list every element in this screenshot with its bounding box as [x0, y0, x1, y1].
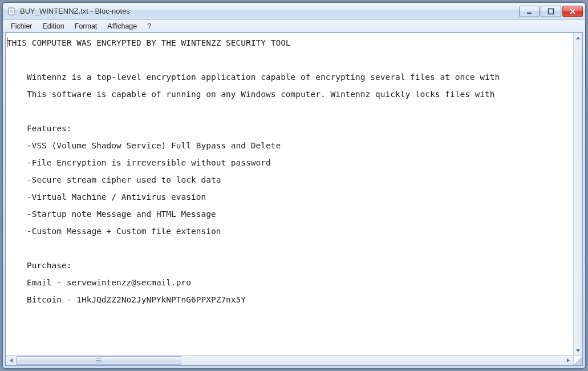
close-button[interactable]	[562, 6, 583, 17]
scroll-down-arrow-icon[interactable]	[574, 346, 582, 355]
vertical-scroll-track[interactable]	[574, 42, 582, 346]
text-area[interactable]: THIS COMPUTER WAS ENCRYPTED BY THE WINTE…	[6, 33, 573, 355]
horizontal-scroll-track[interactable]	[16, 356, 563, 365]
horizontal-scrollbar[interactable]	[6, 355, 573, 365]
client-area: THIS COMPUTER WAS ENCRYPTED BY THE WINTE…	[5, 33, 583, 366]
size-grip-icon[interactable]	[573, 355, 582, 365]
scroll-right-arrow-icon[interactable]	[563, 356, 573, 365]
svg-rect-1	[9, 7, 14, 9]
notepad-window: BUY_WINTENNZ.txt - Bloc-notes Fichier Ed…	[2, 2, 586, 369]
scroll-left-arrow-icon[interactable]	[6, 356, 16, 365]
scroll-up-arrow-icon[interactable]	[574, 33, 582, 42]
document-text[interactable]: THIS COMPUTER WAS ENCRYPTED BY THE WINTE…	[7, 34, 572, 308]
horizontal-scroll-thumb[interactable]	[16, 356, 181, 365]
maximize-button[interactable]	[541, 6, 561, 17]
vertical-scrollbar[interactable]	[573, 33, 582, 355]
menubar: Fichier Edition Format Affichage ?	[3, 20, 585, 33]
menu-format[interactable]: Format	[70, 22, 102, 31]
notepad-icon	[7, 7, 17, 16]
window-buttons	[519, 6, 583, 17]
svg-rect-6	[549, 9, 554, 14]
menu-edition[interactable]: Edition	[38, 22, 69, 31]
minimize-button[interactable]	[519, 6, 540, 17]
svg-rect-5	[527, 13, 532, 14]
menu-help[interactable]: ?	[143, 22, 156, 31]
menu-affichage[interactable]: Affichage	[103, 22, 141, 31]
menu-fichier[interactable]: Fichier	[6, 22, 37, 31]
titlebar[interactable]: BUY_WINTENNZ.txt - Bloc-notes	[3, 3, 585, 20]
window-title: BUY_WINTENNZ.txt - Bloc-notes	[20, 7, 519, 15]
